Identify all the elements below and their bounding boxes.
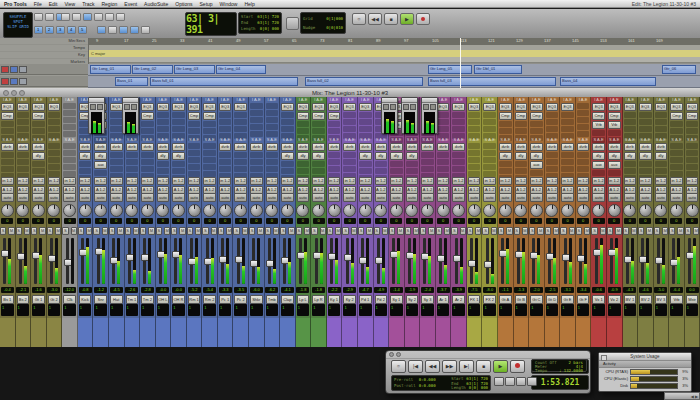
- mute-button[interactable]: M: [382, 227, 388, 235]
- insert-slot[interactable]: [359, 119, 372, 125]
- send-slot[interactable]: [17, 152, 30, 158]
- automation-mode-button[interactable]: auto read: [530, 193, 543, 202]
- send-slot[interactable]: [546, 166, 559, 172]
- send-button[interactable]: dvrb: [546, 143, 559, 151]
- send-slot[interactable]: [328, 166, 341, 172]
- insert-plugin-button[interactable]: Vrb: [608, 121, 621, 129]
- solo-button[interactable]: S: [280, 227, 286, 235]
- pan-knob[interactable]: [390, 204, 403, 217]
- send-slot[interactable]: [250, 159, 263, 165]
- send-slot[interactable]: [686, 164, 699, 170]
- solo-button[interactable]: S: [405, 227, 411, 235]
- send-slot[interactable]: [141, 152, 154, 158]
- insert-plugin-button[interactable]: EQ3: [234, 103, 247, 111]
- transport-titlebar[interactable]: [386, 351, 590, 359]
- ruler-label-minsecs[interactable]: Min:Secs: [0, 38, 88, 45]
- fader-track[interactable]: [517, 238, 520, 284]
- input-path-button[interactable]: in 1-2: [530, 177, 543, 185]
- online-button[interactable]: ⌾: [391, 360, 406, 373]
- automation-mode-button[interactable]: auto read: [577, 193, 590, 202]
- insert-plugin-button[interactable]: Cmp: [141, 112, 154, 120]
- solo-button[interactable]: S: [0, 227, 6, 235]
- audio-region[interactable]: Bass full_02: [305, 77, 423, 86]
- automation-mode-button[interactable]: auto read: [48, 193, 61, 202]
- send-button[interactable]: dvrb: [375, 143, 388, 151]
- mute-button[interactable]: M: [351, 227, 357, 235]
- send-button[interactable]: dly: [655, 152, 668, 160]
- pan-knob[interactable]: [405, 204, 418, 217]
- insert-slot[interactable]: [577, 103, 590, 109]
- solo-button[interactable]: S: [109, 227, 115, 235]
- insert-slot[interactable]: [328, 128, 341, 134]
- audio-region[interactable]: Gtr Long_01: [90, 65, 131, 74]
- solo-button[interactable]: S: [156, 227, 162, 235]
- group-id-display[interactable]: 1: [141, 304, 154, 316]
- comments-area[interactable]: [560, 318, 575, 347]
- mute-button[interactable]: M: [569, 227, 575, 235]
- audio-region[interactable]: Gtr_06: [662, 65, 696, 74]
- send-slot[interactable]: [483, 164, 496, 170]
- insert-plugin-button[interactable]: Cmp: [312, 112, 325, 120]
- fader-track[interactable]: [361, 238, 364, 284]
- group-id-display[interactable]: 1: [188, 304, 201, 316]
- send-slot[interactable]: [468, 157, 481, 163]
- send-slot[interactable]: [312, 168, 325, 174]
- fader-track[interactable]: [128, 238, 131, 284]
- automation-mode-button[interactable]: auto read: [157, 193, 170, 202]
- send-slot[interactable]: [266, 152, 279, 158]
- send-slot[interactable]: [328, 159, 341, 165]
- input-path-button[interactable]: in 1-2: [499, 177, 512, 185]
- input-path-button[interactable]: in 1-2: [515, 177, 528, 185]
- comments-area[interactable]: [62, 318, 77, 347]
- insert-slot[interactable]: [219, 126, 232, 132]
- send-button[interactable]: dly: [172, 152, 185, 160]
- send-button[interactable]: dvrb: [624, 143, 637, 151]
- insert-plugin-button[interactable]: Cmp: [188, 112, 201, 120]
- close-button[interactable]: [601, 355, 607, 361]
- comments-area[interactable]: [93, 318, 108, 347]
- automation-mode-button[interactable]: auto read: [359, 193, 372, 202]
- fader-track[interactable]: [346, 238, 349, 284]
- input-path-button[interactable]: in 1-2: [1, 177, 14, 185]
- edit-selection-display[interactable]: Start63|1| 720 End63|1| 720 Length0|0| 0…: [238, 12, 282, 34]
- audio-region[interactable]: Bass_04: [560, 77, 656, 86]
- input-path-button[interactable]: in 1-2: [608, 177, 621, 185]
- send-slot[interactable]: [203, 164, 216, 170]
- comments-area[interactable]: [187, 318, 202, 347]
- group-id-display[interactable]: 1: [686, 304, 699, 316]
- record-enable-chip[interactable]: [1, 66, 9, 73]
- insert-slot[interactable]: [266, 110, 279, 116]
- insert-plugin-button[interactable]: Cmp: [499, 112, 512, 120]
- solo-button[interactable]: S: [654, 227, 660, 235]
- insert-slot[interactable]: [141, 121, 154, 127]
- fader-track[interactable]: [206, 238, 209, 284]
- mute-button[interactable]: M: [164, 227, 170, 235]
- input-path-button[interactable]: in 1-2: [172, 177, 185, 185]
- insert-slot[interactable]: [624, 119, 637, 125]
- fader-track[interactable]: [626, 238, 629, 284]
- input-path-button[interactable]: in 1-2: [359, 177, 372, 185]
- automation-mode-button[interactable]: auto read: [452, 193, 465, 202]
- input-path-button[interactable]: in 1-2: [546, 177, 559, 185]
- send-button[interactable]: dvrb: [219, 143, 232, 151]
- send-slot[interactable]: [421, 152, 434, 158]
- fader-track[interactable]: [190, 238, 193, 284]
- solo-button[interactable]: S: [233, 227, 239, 235]
- send-slot[interactable]: [483, 150, 496, 156]
- group-id-display[interactable]: 1: [281, 304, 294, 316]
- insert-slot[interactable]: [172, 119, 185, 125]
- fader-track[interactable]: [221, 238, 224, 284]
- audio-region[interactable]: Gtr Long_04: [216, 65, 266, 74]
- pan-knob[interactable]: [125, 204, 138, 217]
- insert-slot[interactable]: [624, 112, 637, 118]
- automation-mode-button[interactable]: auto read: [17, 193, 30, 202]
- send-slot[interactable]: [63, 164, 76, 170]
- menu-item-window[interactable]: Window: [220, 1, 238, 7]
- comments-area[interactable]: [47, 318, 62, 347]
- insert-slot[interactable]: [157, 119, 170, 125]
- input-path-button[interactable]: in 1-2: [17, 177, 30, 185]
- group-id-display[interactable]: 1: [48, 304, 61, 316]
- insert-slot[interactable]: [577, 124, 590, 130]
- group-id-display[interactable]: 1: [577, 304, 590, 316]
- bypass-button[interactable]: [90, 104, 96, 110]
